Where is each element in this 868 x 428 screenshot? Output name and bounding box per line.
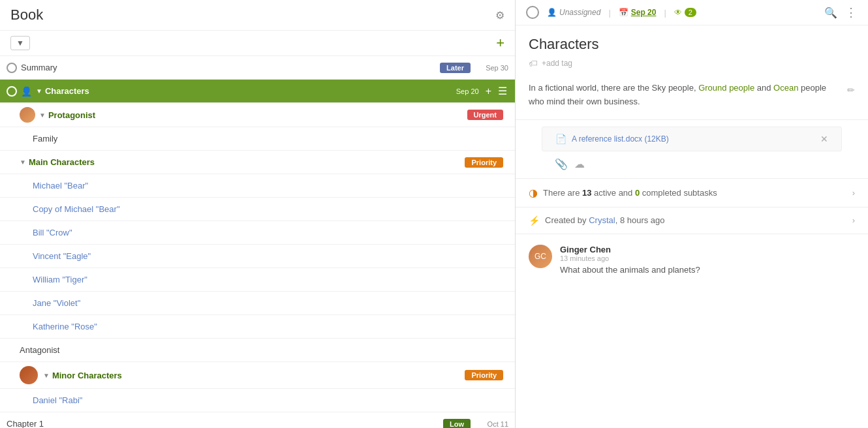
task-name[interactable]: Summary bbox=[21, 63, 440, 72]
task-circle-icon bbox=[7, 86, 17, 97]
date-chip[interactable]: 📅 Sep 20 bbox=[619, 8, 657, 17]
task-name[interactable]: Copy of Michael "Bear" bbox=[33, 204, 508, 214]
task-name[interactable]: Jane "Violet" bbox=[33, 298, 508, 308]
ocean-highlight: Ocean bbox=[773, 83, 798, 93]
watcher-count: 2 bbox=[685, 8, 696, 17]
task-row[interactable]: Copy of Michael "Bear" bbox=[0, 198, 515, 221]
search-icon[interactable]: 🔍 bbox=[824, 7, 837, 19]
app-header: Book ⚙ bbox=[0, 0, 515, 31]
subtasks-icon: ◑ bbox=[529, 187, 538, 199]
task-row[interactable]: Family bbox=[0, 127, 515, 151]
row-actions: + ☰ bbox=[484, 85, 508, 97]
chevron-right-icon: › bbox=[852, 188, 855, 198]
attachment-section: 📄 A reference list.docx (12KB) ✕ 📎 ☁ bbox=[516, 120, 868, 178]
collapse-caret-icon[interactable]: ▼ bbox=[36, 87, 42, 95]
paperclip-icon[interactable]: 📎 bbox=[555, 158, 568, 170]
collapse-caret-icon[interactable]: ▼ bbox=[39, 112, 46, 119]
task-name[interactable]: Vincent "Eagle" bbox=[33, 251, 508, 261]
attachment-actions: 📎 ☁ bbox=[542, 154, 842, 178]
task-badge: Priority bbox=[465, 157, 503, 168]
attachment-row: 📄 A reference list.docx (12KB) ✕ bbox=[542, 127, 842, 151]
right-panel: 👤 Unassigned | 📅 Sep 20 | 👁 2 🔍 ⋮ Charac… bbox=[516, 0, 868, 428]
add-task-button[interactable]: + bbox=[496, 36, 504, 50]
task-row[interactable]: William "Tiger" bbox=[0, 268, 515, 292]
attachment-name[interactable]: A reference list.docx (12KB) bbox=[572, 134, 815, 144]
commenter-avatar: GC bbox=[529, 245, 552, 268]
settings-icon[interactable]: ⚙ bbox=[495, 9, 504, 22]
tag-icon: 🏷 bbox=[529, 58, 538, 69]
task-row[interactable]: Antagonist bbox=[0, 339, 515, 362]
task-row[interactable]: Summary Later Sep 30 bbox=[0, 56, 515, 80]
task-name[interactable]: Katherine "Rose" bbox=[33, 322, 508, 331]
task-row[interactable]: Jane "Violet" bbox=[0, 292, 515, 315]
task-row[interactable]: ▼ Main Characters Priority bbox=[0, 151, 515, 174]
task-date: Oct 11 bbox=[476, 420, 508, 428]
task-list: Summary Later Sep 30 👤 ▼ Characters Sep … bbox=[0, 56, 515, 428]
edit-icon[interactable]: ✏ bbox=[847, 83, 855, 97]
avatar bbox=[20, 366, 38, 384]
task-badge: Low bbox=[443, 419, 471, 429]
subtasks-row[interactable]: ◑ There are 13 active and 0 completed su… bbox=[516, 178, 868, 207]
comment-author: Ginger Chen bbox=[560, 245, 855, 254]
task-row[interactable]: ▼ Minor Characters Priority bbox=[0, 362, 515, 389]
description-area: In a fictional world, there are the Sky … bbox=[516, 76, 868, 120]
collapse-caret-icon[interactable]: ▼ bbox=[43, 372, 50, 379]
subtasks-text: There are 13 active and 0 completed subt… bbox=[543, 188, 852, 198]
activity-row[interactable]: ⚡ Created by Crystal, 8 hours ago › bbox=[516, 207, 868, 234]
task-name[interactable]: Daniel "Rabi" bbox=[33, 395, 508, 405]
task-circle-icon bbox=[7, 63, 17, 73]
comment-section: GC Ginger Chen 13 minutes ago What about… bbox=[516, 234, 868, 285]
filter-button[interactable]: ▼ bbox=[10, 36, 30, 50]
collapse-caret-icon[interactable]: ▼ bbox=[20, 159, 26, 166]
task-name[interactable]: Antagonist bbox=[20, 345, 508, 355]
watchers-chip[interactable]: 👁 2 bbox=[674, 8, 696, 17]
task-menu-button[interactable]: ☰ bbox=[497, 85, 508, 97]
task-name[interactable]: Family bbox=[33, 134, 508, 144]
activity-icon: ⚡ bbox=[529, 215, 540, 226]
activity-text: Created by Crystal, 8 hours ago bbox=[545, 215, 852, 225]
task-row[interactable]: Michael "Bear" bbox=[0, 174, 515, 198]
task-date: Sep 20 bbox=[446, 87, 479, 95]
add-subtask-button[interactable]: + bbox=[484, 85, 493, 97]
task-row[interactable]: Daniel "Rabi" bbox=[0, 389, 515, 412]
comment-body: Ginger Chen 13 minutes ago What about th… bbox=[560, 245, 855, 275]
left-panel: Book ⚙ ▼ + Summary Later Sep 30 👤 ▼ Char… bbox=[0, 0, 516, 428]
app-title: Book bbox=[10, 7, 495, 23]
task-name[interactable]: Protagonist bbox=[48, 110, 467, 120]
cloud-upload-icon[interactable]: ☁ bbox=[574, 158, 585, 170]
task-row-characters[interactable]: 👤 ▼ Characters Sep 20 + ☰ bbox=[0, 80, 515, 103]
attachment-remove-button[interactable]: ✕ bbox=[820, 134, 828, 144]
task-row[interactable]: Vincent "Eagle" bbox=[0, 245, 515, 268]
task-row[interactable]: Bill "Crow" bbox=[0, 221, 515, 245]
task-name[interactable]: Chapter 1 bbox=[7, 419, 443, 428]
ground-highlight: Ground people bbox=[698, 83, 754, 93]
completed-subtasks-count: 0 bbox=[635, 188, 640, 198]
comment-time: 13 minutes ago bbox=[560, 254, 855, 262]
task-badge: Urgent bbox=[467, 110, 503, 120]
task-badge: Priority bbox=[465, 370, 503, 380]
task-badge: Later bbox=[440, 63, 471, 73]
status-circle-icon[interactable] bbox=[526, 6, 539, 19]
file-icon: 📄 bbox=[555, 134, 566, 144]
tag-area: 🏷 +add tag bbox=[516, 58, 868, 76]
more-options-button[interactable]: ⋮ bbox=[845, 5, 858, 20]
avatar bbox=[20, 107, 35, 123]
task-name[interactable]: Minor Characters bbox=[52, 371, 465, 380]
task-name[interactable]: Bill "Crow" bbox=[33, 228, 508, 237]
task-row[interactable]: Katherine "Rose" bbox=[0, 315, 515, 339]
task-name[interactable]: Main Characters bbox=[29, 157, 465, 167]
add-tag-button[interactable]: +add tag bbox=[542, 59, 572, 68]
detail-title: Characters bbox=[516, 25, 868, 58]
task-name[interactable]: Michael "Bear" bbox=[33, 181, 508, 191]
assignee-chip[interactable]: 👤 Unassigned bbox=[547, 8, 600, 17]
comment-text: What about the animals and planets? bbox=[560, 265, 855, 275]
task-row[interactable]: Chapter 1 Low Oct 11 bbox=[0, 412, 515, 428]
creator-name: Crystal bbox=[589, 215, 615, 225]
eye-icon: 👁 bbox=[674, 8, 682, 17]
description-text: In a fictional world, there are the Sky … bbox=[529, 82, 842, 109]
task-row[interactable]: ▼ Protagonist Urgent bbox=[0, 103, 515, 127]
task-name[interactable]: William "Tiger" bbox=[33, 275, 508, 284]
detail-date: Sep 20 bbox=[631, 8, 657, 17]
task-name[interactable]: Characters bbox=[45, 86, 446, 96]
toolbar-row: ▼ + bbox=[0, 31, 515, 56]
